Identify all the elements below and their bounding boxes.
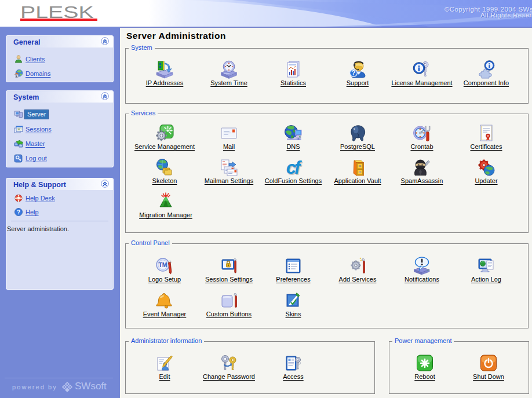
svg-text:?: ? — [351, 69, 355, 77]
svg-text:TM: TM — [158, 261, 167, 268]
svg-text:?: ? — [17, 209, 20, 216]
